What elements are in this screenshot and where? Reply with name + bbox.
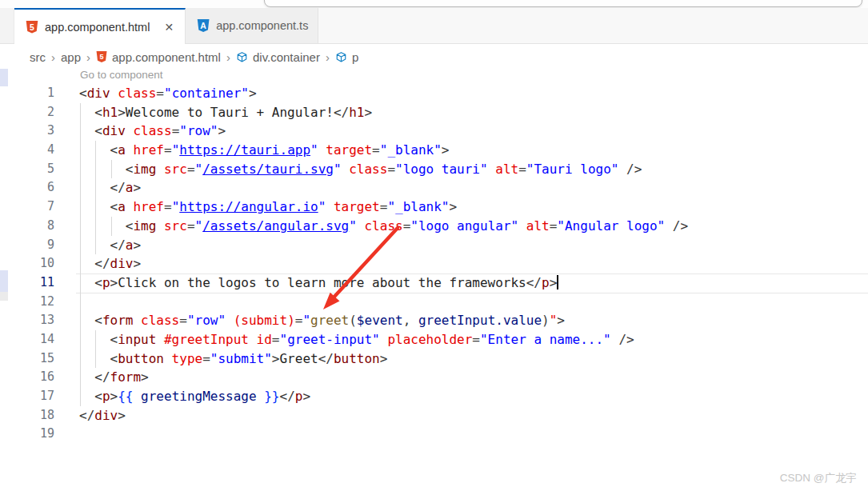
breadcrumb-item-div.container[interactable]: div.container: [236, 50, 320, 64]
line-number[interactable]: 10: [0, 254, 54, 273]
code-line[interactable]: 4 <a href="https://tauri.app" target="_b…: [0, 141, 868, 160]
tab-app.component.html[interactable]: 5app.component.html✕: [14, 8, 186, 44]
text-cursor: [557, 275, 558, 289]
breadcrumb-separator-icon: ›: [326, 50, 330, 64]
line-number[interactable]: 14: [0, 330, 54, 349]
breadcrumb-label: src: [30, 50, 46, 64]
code-text: </a>: [79, 178, 141, 198]
breadcrumb-separator-icon: ›: [51, 50, 55, 64]
watermark: CSDN @广龙宇: [780, 471, 857, 485]
line-number[interactable]: 12: [0, 293, 54, 312]
tab-strip-left-spacer: [0, 8, 14, 43]
line-number[interactable]: 15: [0, 349, 54, 369]
tab-bar: 5app.component.html✕Aapp.component.ts: [0, 8, 868, 44]
breadcrumb-item-app.component.html[interactable]: 5app.component.html: [96, 50, 221, 64]
code-line[interactable]: 9 </a>: [0, 236, 868, 255]
line-number[interactable]: 9: [0, 236, 54, 255]
breadcrumb-label: p: [352, 50, 358, 64]
line-number[interactable]: 8: [0, 217, 54, 236]
line-number[interactable]: 6: [0, 178, 54, 198]
line-number[interactable]: 2: [0, 103, 54, 122]
code-text: </div>: [79, 406, 126, 425]
code-text: <button type="submit">Greet</button>: [79, 349, 387, 369]
code-line[interactable]: 5 <img src="/assets/tauri.svg" class="lo…: [0, 160, 868, 179]
code-line[interactable]: 3 <div class="row">: [0, 122, 868, 141]
code-line[interactable]: 17 <p>{{ greetingMessage }}</p>: [0, 387, 868, 406]
code-line[interactable]: 11 <p>Click on the logos to learn more a…: [0, 273, 868, 293]
code-line[interactable]: 18</div>: [0, 406, 868, 425]
code-line[interactable]: 16 </form>: [0, 368, 868, 387]
code-line[interactable]: 2 <h1>Welcome to Tauri + Angular!</h1>: [0, 103, 868, 122]
line-number[interactable]: 17: [0, 387, 54, 406]
symbol-cube-icon: [236, 51, 248, 63]
top-strip: [0, 0, 868, 8]
breadcrumb-label: app.component.html: [112, 50, 221, 64]
code-text: <img src="/assets/tauri.svg" class="logo…: [79, 160, 642, 179]
tab-label: app.component.html: [45, 21, 150, 34]
code-text: <a href="https://angular.io" target="_bl…: [79, 198, 457, 217]
line-number[interactable]: 7: [0, 198, 54, 217]
tab-app.component.ts[interactable]: Aapp.component.ts: [186, 8, 318, 43]
breadcrumb-label: app: [61, 50, 81, 64]
code-line[interactable]: 13 <form class="row" (submit)="greet($ev…: [0, 311, 868, 330]
code-text: <h1>Welcome to Tauri + Angular!</h1>: [79, 103, 372, 122]
breadcrumb-label: div.container: [253, 50, 320, 64]
code-text: <div class="row">: [79, 122, 226, 141]
code-line[interactable]: 15 <button type="submit">Greet</button>: [0, 349, 868, 369]
html5-icon: 5: [96, 51, 107, 62]
line-number[interactable]: 16: [0, 368, 54, 387]
line-number[interactable]: 13: [0, 311, 54, 330]
breadcrumb-item-src[interactable]: src: [30, 50, 46, 64]
line-number[interactable]: 1: [0, 84, 54, 103]
code-line[interactable]: 12: [0, 293, 868, 312]
line-number[interactable]: 18: [0, 406, 54, 425]
code-line[interactable]: 10 </div>: [0, 254, 868, 273]
line-number[interactable]: 5: [0, 160, 54, 179]
code-line[interactable]: 14 <input #greetInput id="greet-input" p…: [0, 330, 868, 349]
code-line[interactable]: 19: [0, 425, 868, 444]
code-text: <p>Click on the logos to learn more abou…: [79, 273, 558, 293]
floating-widget: [264, 0, 862, 7]
breadcrumb-separator-icon: ›: [86, 50, 90, 64]
line-number[interactable]: 19: [0, 425, 54, 444]
code-line[interactable]: 8 <img src="/assets/angular.svg" class="…: [0, 217, 868, 236]
code-line[interactable]: 7 <a href="https://angular.io" target="_…: [0, 198, 868, 217]
angular-icon: A: [197, 19, 210, 32]
breadcrumb-item-p[interactable]: p: [335, 50, 358, 64]
code-text: <div class="container">: [79, 84, 257, 103]
line-number[interactable]: 3: [0, 122, 54, 141]
code-text: <p>{{ greetingMessage }}</p>: [79, 387, 310, 406]
code-text: <input #greetInput id="greet-input" plac…: [79, 330, 634, 349]
tab-bar-empty-space: [318, 8, 868, 43]
code-text: </form>: [79, 368, 149, 387]
code-text: </div>: [79, 254, 141, 273]
close-icon[interactable]: ✕: [161, 20, 177, 34]
code-text: <img src="/assets/angular.svg" class="lo…: [79, 217, 688, 236]
tab-label: app.component.ts: [216, 19, 308, 32]
symbol-cube-icon: [335, 51, 347, 63]
code-line[interactable]: 6 </a>: [0, 178, 868, 198]
breadcrumb-item-app[interactable]: app: [61, 50, 81, 64]
code-text: <a href="https://tauri.app" target="_bla…: [79, 141, 449, 160]
breadcrumb-separator-icon: ›: [226, 50, 230, 64]
code-text: </a>: [79, 236, 141, 255]
line-number[interactable]: 11: [0, 273, 54, 293]
codelens-go-to-component[interactable]: Go to component: [80, 69, 163, 81]
html5-icon: 5: [26, 21, 38, 34]
line-number[interactable]: 4: [0, 141, 54, 160]
code-line[interactable]: 1<div class="container">: [0, 84, 868, 103]
code-editor[interactable]: 1<div class="container">2 <h1>Welcome to…: [0, 84, 868, 444]
breadcrumb: src›app›5app.component.html›div.containe…: [0, 44, 868, 70]
code-text: <form class="row" (submit)="greet($event…: [79, 311, 565, 330]
